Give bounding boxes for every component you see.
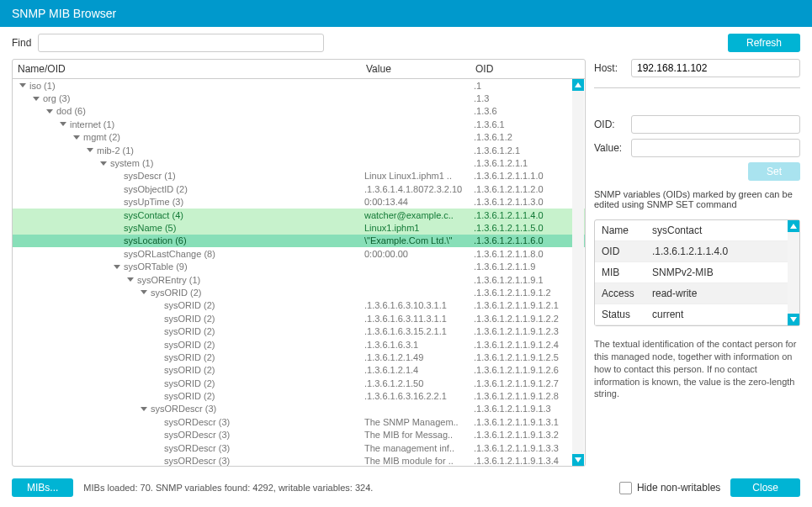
tree-row[interactable]: system (1).1.3.6.1.2.1.1 bbox=[13, 156, 585, 169]
col-name[interactable]: Name/OID bbox=[13, 60, 361, 78]
find-input[interactable] bbox=[38, 34, 324, 52]
tree-node-label: sysOREntry (1) bbox=[137, 275, 200, 285]
tree-node-label: org (3) bbox=[43, 93, 70, 103]
tree-rows[interactable]: iso (1).1org (3).1.3dod (6).1.3.6interne… bbox=[13, 79, 585, 466]
tree-node-label: sysName (5) bbox=[124, 223, 176, 233]
expand-icon[interactable] bbox=[19, 83, 26, 87]
tree-row[interactable]: sysORDescr (3)The MIB for Messag...1.3.6… bbox=[13, 429, 585, 441]
tree-row[interactable]: sysORDescr (3)The management inf...1.3.6… bbox=[13, 441, 585, 454]
tree-row[interactable]: sysDescr (1)Linux Linux1.iphm1 ...1.3.6.… bbox=[13, 170, 585, 182]
tree-node-oid: .1.3.6.1.2.1.1.9.1.3.2 bbox=[470, 430, 571, 440]
tree-row[interactable]: sysObjectID (2).1.3.6.1.4.1.8072.3.2.10.… bbox=[13, 182, 585, 195]
tree-node-label: sysContact (4) bbox=[124, 210, 183, 220]
tree-node-value: .1.3.6.1.6.3.1 bbox=[361, 340, 470, 350]
tree-node-label: sysORDescr (3) bbox=[151, 404, 216, 414]
tree-node-label: sysLocation (6) bbox=[124, 235, 187, 246]
tree-node-value: \"Example.Com Ltd.\" bbox=[361, 235, 470, 246]
tree-row[interactable]: sysORID (2).1.3.6.1.6.3.10.3.1.1.1.3.6.1… bbox=[13, 299, 585, 312]
tree-row[interactable]: sysORID (2).1.3.6.1.2.1.1.9.1.2 bbox=[13, 286, 585, 298]
tree-row[interactable]: sysORDescr (3)The SNMP Managem...1.3.6.1… bbox=[13, 415, 585, 428]
checkbox-icon[interactable] bbox=[619, 482, 632, 494]
vertical-scrollbar[interactable] bbox=[572, 79, 584, 466]
tree-node-oid: .1.3.6.1.2.1.1.9.1.3.3 bbox=[470, 443, 571, 453]
expand-icon[interactable] bbox=[141, 407, 147, 411]
tree-node-label: sysObjectID (2) bbox=[124, 184, 188, 194]
tree-row[interactable]: sysORID (2).1.3.6.1.2.1.4.1.3.6.1.2.1.1.… bbox=[13, 364, 585, 377]
tree-node-label: sysORTable (9) bbox=[124, 261, 188, 272]
mibs-button[interactable]: MIBs... bbox=[12, 478, 73, 497]
expand-icon[interactable] bbox=[100, 161, 107, 166]
close-button[interactable]: Close bbox=[730, 478, 800, 497]
scroll-up-icon[interactable] bbox=[788, 220, 799, 232]
tree-row[interactable]: sysORID (2).1.3.6.1.2.1.50.1.3.6.1.2.1.1… bbox=[13, 377, 585, 389]
set-button[interactable]: Set bbox=[748, 162, 800, 181]
tree-row[interactable]: mgmt (2).1.3.6.1.2 bbox=[13, 131, 585, 144]
tree-row[interactable]: sysORDescr (3).1.3.6.1.2.1.1.9.1.3 bbox=[13, 403, 585, 415]
detail-oid-v: .1.3.6.1.2.1.1.4.0 bbox=[652, 246, 793, 257]
tree-row[interactable]: sysORID (2).1.3.6.1.6.3.11.3.1.1.1.3.6.1… bbox=[13, 312, 585, 325]
tree-node-oid: .1.3.6.1.2.1.1.9.1.2.4 bbox=[470, 340, 571, 350]
tree-row[interactable]: internet (1).1.3.6.1 bbox=[13, 118, 585, 130]
tree-row[interactable]: sysLocation (6)\"Example.Com Ltd.\".1.3.… bbox=[13, 235, 585, 247]
tree-node-label: sysORID (2) bbox=[164, 326, 215, 336]
divider bbox=[594, 87, 800, 88]
tree-row[interactable]: sysORTable (9).1.3.6.1.2.1.1.9 bbox=[13, 260, 585, 272]
tree-node-oid: .1.3.6.1.2.1.1.9.1.2.1 bbox=[470, 300, 571, 310]
tree-node-value: .1.3.6.1.2.1.4 bbox=[361, 365, 470, 375]
col-oid[interactable]: OID bbox=[470, 60, 571, 78]
expand-icon[interactable] bbox=[141, 290, 147, 294]
hide-nonwritables-checkbox[interactable]: Hide non-writables bbox=[619, 482, 720, 494]
tree-row[interactable]: sysUpTime (3)0:00:13.44.1.3.6.1.2.1.1.3.… bbox=[13, 196, 585, 209]
tree-row[interactable]: sysORID (2).1.3.6.1.6.3.16.2.2.1.1.3.6.1… bbox=[13, 389, 585, 402]
host-input[interactable] bbox=[631, 59, 800, 77]
tree-node-value: The management inf.. bbox=[361, 443, 470, 453]
tree-row[interactable]: sysName (5)Linux1.iphm1.1.3.6.1.2.1.1.5.… bbox=[13, 221, 585, 234]
expand-icon[interactable] bbox=[114, 265, 120, 269]
col-value[interactable]: Value bbox=[361, 60, 470, 78]
tree-node-value: The MIB module for .. bbox=[361, 456, 470, 466]
scroll-up-icon[interactable] bbox=[572, 79, 584, 91]
oid-input[interactable] bbox=[631, 115, 800, 134]
tree-node-label: sysORID (2) bbox=[164, 314, 215, 324]
detail-oid-k: OID bbox=[602, 246, 652, 257]
tree-node-label: sysORID (2) bbox=[164, 300, 215, 310]
scroll-down-icon[interactable] bbox=[788, 314, 799, 325]
description-text: The textual identification of the contac… bbox=[594, 338, 800, 400]
tree-row[interactable]: sysORDescr (3)The MIB module for ...1.3.… bbox=[13, 454, 585, 466]
expand-icon[interactable] bbox=[73, 135, 80, 140]
refresh-button[interactable]: Refresh bbox=[728, 34, 800, 52]
status-bar: MIBs... MIBs loaded: 70. SNMP variables … bbox=[0, 473, 812, 507]
tree-node-oid: .1.3.6 bbox=[470, 106, 571, 116]
tree-row[interactable]: iso (1).1 bbox=[13, 79, 585, 92]
svg-marker-0 bbox=[575, 82, 581, 87]
detail-scrollbar[interactable] bbox=[788, 220, 799, 325]
tree-row[interactable]: sysORID (2).1.3.6.1.6.3.15.2.1.1.1.3.6.1… bbox=[13, 325, 585, 337]
tree-row[interactable]: sysOREntry (1).1.3.6.1.2.1.1.9.1 bbox=[13, 273, 585, 286]
expand-icon[interactable] bbox=[127, 277, 134, 282]
tree-node-label: internet (1) bbox=[70, 119, 114, 129]
tree-row[interactable]: sysORID (2).1.3.6.1.6.3.1.1.3.6.1.2.1.1.… bbox=[13, 338, 585, 351]
expand-icon[interactable] bbox=[60, 122, 66, 126]
tree-row[interactable]: sysORID (2).1.3.6.1.2.1.49.1.3.6.1.2.1.1… bbox=[13, 351, 585, 363]
scroll-thumb[interactable] bbox=[574, 92, 582, 134]
tree-node-label: sysORDescr (3) bbox=[164, 443, 230, 453]
tree-node-label: iso (1) bbox=[29, 81, 56, 91]
expand-icon[interactable] bbox=[87, 148, 93, 152]
tree-row[interactable]: sysContact (4)watcher@example.c...1.3.6.… bbox=[13, 209, 585, 221]
tree-node-oid: .1.3.6.1.2.1.1 bbox=[470, 158, 571, 168]
detail-access-v: read-write bbox=[652, 288, 793, 299]
tree-node-value: 0:00:00.00 bbox=[361, 249, 470, 259]
tree-node-label: dod (6) bbox=[56, 106, 86, 116]
tree-node-oid: .1.3.6.1.2.1.1.9.1.2.8 bbox=[470, 391, 571, 401]
scroll-down-icon[interactable] bbox=[572, 454, 584, 466]
tree-row[interactable]: org (3).1.3 bbox=[13, 92, 585, 104]
expand-icon[interactable] bbox=[46, 109, 53, 114]
value-input[interactable] bbox=[631, 139, 800, 157]
status-text: MIBs loaded: 70. SNMP variables found: 4… bbox=[83, 483, 373, 493]
expand-icon[interactable] bbox=[33, 97, 40, 101]
tree-row[interactable]: sysORLastChange (8)0:00:00.00.1.3.6.1.2.… bbox=[13, 247, 585, 260]
tree-node-label: sysORID (2) bbox=[151, 288, 202, 298]
tree-row[interactable]: mib-2 (1).1.3.6.1.2.1 bbox=[13, 144, 585, 156]
tree-row[interactable]: dod (6).1.3.6 bbox=[13, 105, 585, 118]
detail-name-k: Name bbox=[602, 224, 652, 236]
